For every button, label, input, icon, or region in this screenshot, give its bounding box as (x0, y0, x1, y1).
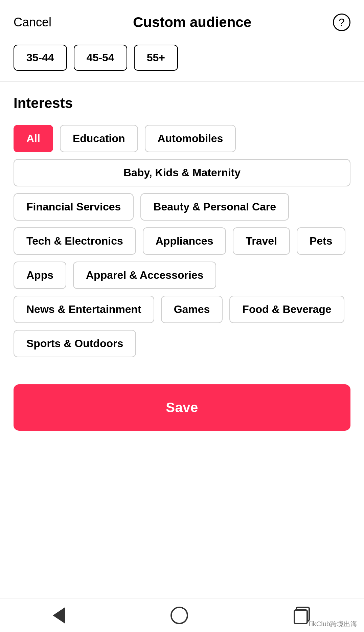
tag-games[interactable]: Games (161, 296, 223, 323)
tag-pets[interactable]: Pets (297, 227, 345, 255)
brand-label: TikClub跨境出海 (308, 619, 357, 629)
tag-apps[interactable]: Apps (14, 262, 66, 289)
interests-section: Interests All Education Automobiles Baby… (0, 95, 364, 357)
save-section: Save (0, 371, 364, 444)
interests-heading: Interests (14, 95, 350, 111)
tags-container: All Education Automobiles Baby, Kids & M… (14, 125, 350, 357)
nav-back-button[interactable] (53, 607, 65, 624)
back-icon (53, 607, 65, 624)
tag-sports-outdoors[interactable]: Sports & Outdoors (14, 330, 136, 357)
help-button[interactable]: ? (333, 14, 350, 31)
header: Cancel Custom audience ? (0, 0, 364, 38)
tag-travel[interactable]: Travel (233, 227, 290, 255)
bottom-navigation: TikClub跨境出海 (0, 598, 364, 632)
age-chips-container: 35-44 45-54 55+ (14, 45, 350, 71)
tag-baby-kids-maternity[interactable]: Baby, Kids & Maternity (14, 159, 350, 186)
square-front-icon (294, 609, 308, 624)
age-chip-35-44[interactable]: 35-44 (14, 45, 67, 71)
tag-all[interactable]: All (14, 125, 53, 152)
tag-financial-services[interactable]: Financial Services (14, 193, 134, 221)
age-chip-55plus[interactable]: 55+ (134, 45, 178, 71)
cancel-button[interactable]: Cancel (14, 15, 51, 29)
save-button[interactable]: Save (14, 384, 350, 431)
section-divider (0, 81, 364, 82)
tag-tech-electronics[interactable]: Tech & Electronics (14, 227, 136, 255)
nav-home-button[interactable] (170, 607, 188, 624)
page-title: Custom audience (133, 14, 251, 30)
tag-food-beverage[interactable]: Food & Beverage (229, 296, 344, 323)
age-chips-section: 35-44 45-54 55+ (0, 38, 364, 81)
home-icon (170, 607, 188, 624)
tag-news-entertainment[interactable]: News & Entertainment (14, 296, 154, 323)
tag-appliances[interactable]: Appliances (143, 227, 226, 255)
tag-apparel-accessories[interactable]: Apparel & Accessories (73, 262, 216, 289)
age-chip-45-54[interactable]: 45-54 (74, 45, 127, 71)
tag-beauty-personal-care[interactable]: Beauty & Personal Care (140, 193, 289, 221)
tag-education[interactable]: Education (60, 125, 138, 152)
tag-automobiles[interactable]: Automobiles (145, 125, 236, 152)
